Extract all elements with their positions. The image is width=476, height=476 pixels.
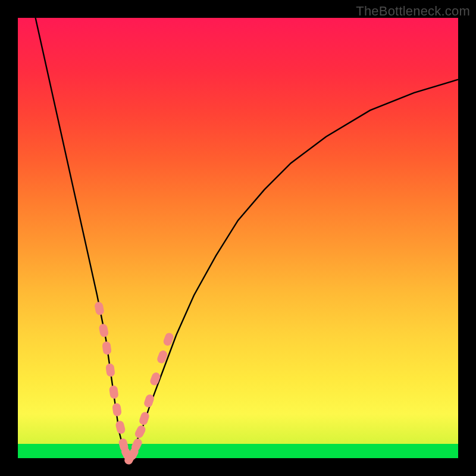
marker-pill — [115, 420, 126, 435]
marker-pill — [98, 323, 109, 337]
marker-pill — [149, 371, 161, 387]
curve-layer — [18, 18, 458, 458]
marker-pill — [105, 363, 115, 377]
bottleneck-curve — [36, 18, 458, 458]
marker-pill — [109, 385, 119, 399]
marker-pill — [134, 424, 147, 440]
marker-group — [94, 301, 175, 466]
marker-pill — [138, 411, 150, 426]
chart-container: TheBottleneck.com — [0, 0, 476, 476]
marker-pill — [112, 403, 122, 417]
watermark-text: TheBottleneck.com — [356, 4, 470, 19]
plot-area — [18, 18, 458, 458]
marker-pill — [94, 301, 105, 315]
marker-pill — [102, 341, 112, 355]
